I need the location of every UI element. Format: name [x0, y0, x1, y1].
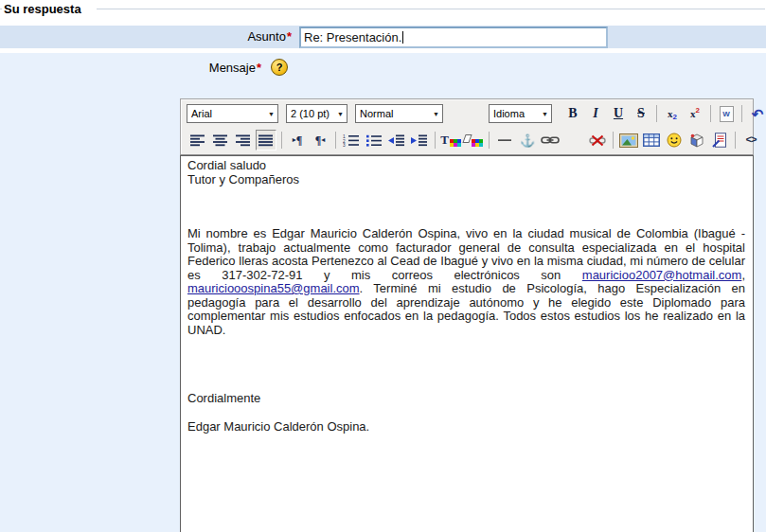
toolbar-row-2: ▸¶ ¶◂ 123 — [183, 127, 751, 153]
color-grid-icon — [472, 139, 483, 147]
language-select[interactable]: Idioma ▼ — [489, 104, 552, 123]
align-justify-button[interactable] — [256, 130, 276, 151]
required-asterisk: * — [257, 61, 261, 75]
source-code-icon: <> — [745, 134, 756, 146]
italic-button[interactable]: I — [585, 103, 606, 124]
unordered-list-icon — [365, 134, 383, 147]
undo-button[interactable]: ↶ — [747, 103, 766, 124]
font-family-select[interactable]: Arial ▼ — [187, 104, 278, 123]
body-text: , — [741, 268, 745, 282]
message-label: Mensaje* — [0, 61, 261, 75]
editor-toolbar: Arial ▼ 2 (10 pt) ▼ Normal ▼ Idioma ▼ — [180, 98, 754, 155]
toolbar-separator — [741, 105, 742, 122]
pilcrow-icon: ¶ — [296, 134, 302, 146]
superscript-button[interactable]: x2 — [685, 103, 705, 124]
toolbar-separator — [656, 105, 657, 122]
horizontal-rule-icon — [498, 139, 511, 141]
toolbar-row-1: Arial ▼ 2 (10 pt) ▼ Normal ▼ Idioma ▼ — [183, 100, 751, 127]
chevron-down-icon: ▼ — [268, 111, 275, 117]
message-paragraph: Mi nombre es Edgar Mauricio Calderón Osp… — [187, 227, 745, 337]
align-right-button[interactable] — [233, 130, 254, 151]
font-size-value: 2 (10 pt) — [291, 108, 330, 119]
toolbar-separator — [710, 105, 711, 122]
paragraph-format-select[interactable]: Normal ▼ — [355, 104, 443, 123]
anchor-button[interactable]: ⚓ — [517, 130, 538, 151]
toolbar-separator — [735, 132, 736, 149]
toolbar-separator — [489, 132, 490, 149]
insert-table-button[interactable] — [641, 130, 662, 151]
superscript-number: 2 — [696, 106, 700, 115]
insert-image-button[interactable] — [618, 130, 639, 151]
rich-text-editor: Arial ▼ 2 (10 pt) ▼ Normal ▼ Idioma ▼ — [180, 98, 754, 532]
align-justify-icon — [258, 134, 274, 147]
word-document-icon: W — [720, 106, 734, 122]
help-icon[interactable]: ? — [271, 59, 288, 76]
remove-link-button[interactable] — [587, 130, 608, 151]
message-label-text: Mensaje — [209, 61, 256, 75]
align-right-icon — [236, 134, 251, 147]
bold-icon: B — [568, 106, 577, 121]
section-divider — [0, 9, 2, 9]
font-color-icon: T — [440, 133, 449, 148]
font-color-button[interactable]: T — [440, 130, 461, 151]
text-caret — [402, 31, 403, 44]
signature-line: Edgar Mauricio Calderón Ospina. — [187, 420, 745, 434]
underline-button[interactable]: U — [608, 103, 629, 124]
align-left-icon — [190, 134, 205, 147]
svg-text:3: 3 — [343, 143, 346, 147]
underline-icon: U — [614, 106, 623, 121]
table-icon — [643, 133, 660, 147]
background-color-button[interactable] — [463, 130, 484, 151]
editor-content[interactable]: Cordial saludo Tutor y Compañeros Mi nom… — [180, 155, 754, 532]
clean-word-html-icon — [712, 133, 727, 148]
greeting-line: Cordial saludo — [187, 159, 745, 173]
toolbar-separator — [435, 132, 436, 149]
outdent-button[interactable] — [386, 130, 407, 151]
ordered-list-button[interactable]: 123 — [341, 130, 362, 151]
subject-row: Asunto* Re: Presentación. — [0, 26, 766, 48]
email-link[interactable]: mauriciooospina55@gmail.com — [187, 281, 360, 295]
color-grid-icon — [450, 139, 461, 147]
undo-icon: ↶ — [752, 107, 764, 121]
chevron-down-icon: ▼ — [337, 111, 344, 117]
bold-button[interactable]: B — [562, 103, 583, 124]
insert-character-button[interactable] — [686, 130, 707, 151]
link-icon — [541, 134, 560, 146]
email-link[interactable]: mauricioo2007@hotmail.com — [582, 268, 742, 282]
strikethrough-icon: S — [637, 106, 645, 121]
align-center-button[interactable] — [210, 130, 231, 151]
required-asterisk: * — [287, 29, 292, 44]
toolbar-separator — [335, 132, 336, 149]
direction-rtl-button[interactable]: ¶◂ — [310, 130, 330, 151]
chevron-down-icon: ▼ — [542, 111, 548, 117]
special-character-icon — [688, 133, 705, 148]
html-source-button[interactable]: <> — [740, 130, 761, 151]
insert-smiley-button[interactable] — [664, 130, 685, 151]
direction-ltr-button[interactable]: ▸¶ — [287, 130, 308, 151]
unordered-list-button[interactable] — [364, 130, 384, 151]
message-row: Mensaje* ? Arial ▼ 2 (10 pt) ▼ Normal — [0, 53, 766, 532]
align-left-button[interactable] — [187, 130, 208, 151]
horizontal-rule-button[interactable] — [494, 130, 515, 151]
paste-from-word-button[interactable]: W — [716, 103, 737, 124]
chevron-down-icon: ▼ — [433, 111, 439, 117]
insert-link-button[interactable] — [540, 130, 561, 151]
strikethrough-button[interactable]: S — [631, 103, 651, 124]
subscript-number: 2 — [673, 113, 677, 121]
font-size-select[interactable]: 2 (10 pt) ▼ — [286, 104, 347, 123]
page-title: Su respuesta — [4, 2, 81, 16]
toolbar-separator — [281, 132, 282, 149]
ordered-list-icon: 123 — [343, 134, 360, 147]
subject-value: Re: Presentación. — [304, 30, 401, 44]
toolbar-separator — [613, 132, 614, 149]
paragraph-format-value: Normal — [360, 108, 393, 119]
rtl-icon: ◂ — [321, 136, 325, 144]
outdent-icon — [388, 134, 405, 147]
unlink-icon — [588, 134, 607, 147]
subject-input[interactable]: Re: Presentación. — [299, 27, 608, 48]
indent-button[interactable] — [409, 130, 430, 151]
subscript-button[interactable]: x2 — [662, 103, 683, 124]
language-value: Idioma — [493, 108, 525, 119]
anchor-icon: ⚓ — [520, 134, 535, 147]
clean-html-button[interactable] — [709, 130, 730, 151]
